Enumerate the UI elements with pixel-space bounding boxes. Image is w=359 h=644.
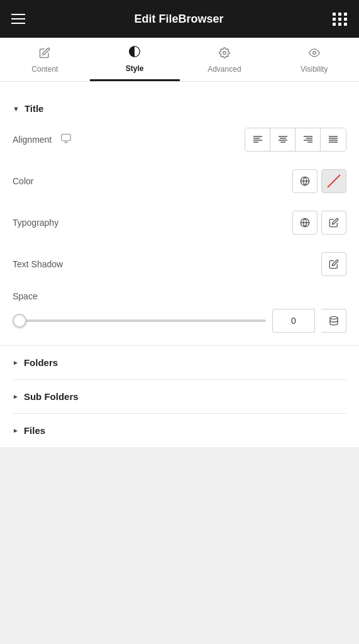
folders-section-title: Folders bbox=[24, 357, 58, 368]
alignment-controls bbox=[245, 128, 346, 152]
typography-controls bbox=[292, 211, 346, 235]
title-section-header[interactable]: ▼ Title bbox=[13, 94, 346, 119]
align-left-btn[interactable] bbox=[245, 128, 270, 151]
folders-section: ► Folders bbox=[13, 346, 346, 380]
folders-chevron-icon: ► bbox=[13, 359, 19, 366]
subfolders-section-title: Sub Folders bbox=[24, 391, 79, 402]
files-section-title: Files bbox=[24, 425, 45, 436]
monitor-icon bbox=[60, 133, 72, 146]
folders-section-header[interactable]: ► Folders bbox=[13, 346, 346, 379]
files-section-header[interactable]: ► Files bbox=[13, 414, 346, 447]
tab-content[interactable]: Content bbox=[0, 38, 90, 81]
typography-globe-btn[interactable] bbox=[292, 211, 318, 235]
title-chevron-icon: ▼ bbox=[13, 105, 19, 113]
db-icon-btn[interactable] bbox=[321, 309, 346, 333]
text-shadow-controls bbox=[321, 252, 346, 276]
color-label: Color bbox=[13, 176, 33, 186]
typography-edit-btn[interactable] bbox=[321, 211, 346, 235]
files-chevron-icon: ► bbox=[13, 427, 19, 434]
color-controls bbox=[292, 169, 346, 193]
subfolders-section-header[interactable]: ► Sub Folders bbox=[13, 380, 346, 413]
eye-icon bbox=[308, 47, 321, 62]
space-slider-wrap bbox=[13, 314, 266, 327]
alignment-label: Alignment bbox=[13, 135, 52, 145]
topbar: Edit FileBrowser bbox=[0, 0, 359, 38]
subfolders-chevron-icon: ► bbox=[13, 393, 19, 400]
text-shadow-label: Text Shadow bbox=[13, 259, 63, 269]
svg-point-27 bbox=[330, 316, 338, 319]
space-label: Space bbox=[13, 291, 346, 301]
tab-advanced[interactable]: Advanced bbox=[180, 38, 270, 81]
svg-point-3 bbox=[312, 51, 316, 54]
title-section-title: Title bbox=[25, 103, 44, 114]
topbar-title: Edit FileBrowser bbox=[134, 13, 223, 26]
align-right-btn[interactable] bbox=[295, 128, 321, 151]
grid-icon[interactable] bbox=[333, 13, 348, 26]
half-circle-icon bbox=[128, 45, 141, 61]
hamburger-icon[interactable] bbox=[11, 14, 25, 24]
alignment-row: Alignment bbox=[13, 119, 346, 160]
tab-advanced-label: Advanced bbox=[207, 65, 241, 74]
pencil-icon bbox=[39, 47, 50, 62]
space-slider-thumb[interactable] bbox=[13, 314, 26, 328]
align-justify-btn[interactable] bbox=[321, 128, 346, 151]
gear-icon bbox=[219, 47, 230, 62]
align-btn-group bbox=[245, 128, 346, 152]
svg-rect-4 bbox=[62, 134, 71, 140]
tab-visibility-label: Visibility bbox=[301, 65, 328, 74]
tab-bar: Content Style Advanced Vis bbox=[0, 38, 359, 82]
tab-style-label: Style bbox=[126, 64, 144, 73]
typography-label: Typography bbox=[13, 218, 58, 228]
tab-visibility[interactable]: Visibility bbox=[269, 38, 359, 81]
space-input[interactable]: 0 bbox=[272, 309, 315, 333]
tab-content-label: Content bbox=[31, 65, 58, 74]
tab-style[interactable]: Style bbox=[90, 38, 180, 81]
files-section: ► Files bbox=[13, 414, 346, 447]
space-controls: 0 bbox=[13, 309, 346, 333]
typography-row: Typography bbox=[13, 202, 346, 243]
text-shadow-row: Text Shadow bbox=[13, 243, 346, 285]
subfolders-section: ► Sub Folders bbox=[13, 380, 346, 414]
color-row: Color bbox=[13, 160, 346, 202]
space-row: Space 0 bbox=[13, 285, 346, 345]
align-center-btn[interactable] bbox=[270, 128, 295, 151]
color-slash-btn[interactable] bbox=[321, 169, 346, 193]
color-globe-btn[interactable] bbox=[292, 169, 318, 193]
svg-point-2 bbox=[223, 51, 226, 54]
space-slider-track bbox=[13, 319, 266, 322]
title-section: ▼ Title Alignment bbox=[13, 94, 346, 345]
main-content: ▼ Title Alignment bbox=[0, 82, 359, 447]
text-shadow-edit-btn[interactable] bbox=[321, 252, 346, 276]
